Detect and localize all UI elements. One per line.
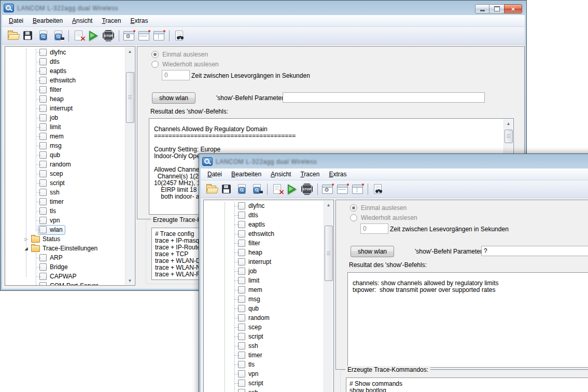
tree-item[interactable]: dtls xyxy=(5,57,125,66)
start-trace-icon[interactable] xyxy=(286,183,299,195)
radio-icon[interactable] xyxy=(151,61,159,68)
tree-item[interactable]: filter xyxy=(204,239,324,248)
tree-checkbox[interactable] xyxy=(39,77,47,84)
tree-checkbox[interactable] xyxy=(39,189,47,196)
tree-item[interactable]: script xyxy=(5,178,125,188)
radio-repeat[interactable]: Wiederholt auslesen xyxy=(151,61,219,68)
tree-item[interactable]: wlan xyxy=(5,225,125,234)
stop-trace-icon[interactable]: STOP xyxy=(301,183,314,195)
tree-checkbox[interactable] xyxy=(238,240,245,247)
tree-item[interactable]: vpn xyxy=(204,369,324,379)
radio-repeat[interactable]: Wiederholt auslesen xyxy=(350,214,417,221)
tree-item[interactable]: script xyxy=(204,332,324,341)
menu-item[interactable]: Bearbeiten xyxy=(227,169,266,179)
trace-settings-window-icon[interactable]: ⚙ xyxy=(122,30,135,42)
split-horizontal-icon[interactable] xyxy=(336,183,349,195)
tree-item[interactable]: Trace-Einstellungen xyxy=(5,244,125,253)
result-box[interactable]: channels: show channels allowed by regul… xyxy=(347,272,588,368)
tree-checkbox[interactable] xyxy=(39,282,47,286)
tree-checkbox[interactable] xyxy=(39,161,47,168)
tree-item[interactable]: script xyxy=(204,379,324,388)
trace-tree[interactable]: dlyfnc dtls xyxy=(203,200,334,392)
maximize-button[interactable] xyxy=(489,4,504,13)
search-document-icon[interactable] xyxy=(173,30,186,42)
search-document-icon[interactable] xyxy=(371,183,384,195)
split-vertical-icon[interactable] xyxy=(152,30,165,42)
tree-item[interactable]: scep xyxy=(5,169,125,178)
tree-item[interactable]: eaptls xyxy=(204,220,324,229)
tree-item[interactable]: ethswitch xyxy=(204,229,324,239)
tree-checkbox[interactable] xyxy=(238,277,245,284)
tree-checkbox[interactable] xyxy=(39,170,47,177)
tree-checkbox[interactable] xyxy=(238,258,245,265)
tree-item[interactable]: random xyxy=(204,313,324,323)
trace-commands-box[interactable]: # Show commandsshow bootlog xyxy=(346,377,588,392)
radio-once[interactable]: Einmal auslesen xyxy=(350,204,407,212)
tree-item[interactable]: ssh xyxy=(5,188,125,197)
menu-item[interactable]: Datei xyxy=(203,169,227,179)
close-button[interactable]: × xyxy=(504,4,522,13)
show-wlan-button[interactable]: show wlan xyxy=(351,246,394,257)
tree-checkbox[interactable] xyxy=(39,49,47,56)
menu-item[interactable]: Tracen xyxy=(296,169,324,179)
tree-item[interactable]: scep xyxy=(204,323,324,332)
expand-icon[interactable] xyxy=(23,246,30,251)
tree-item[interactable]: timer xyxy=(204,351,324,360)
minimize-button[interactable] xyxy=(475,4,489,13)
tree-checkbox[interactable] xyxy=(238,342,245,349)
tree-checkbox[interactable] xyxy=(39,123,47,131)
tree-checkbox[interactable] xyxy=(39,114,47,121)
tree-item[interactable]: job xyxy=(5,113,125,122)
tree-item[interactable]: interrupt xyxy=(5,104,125,113)
tree-item[interactable]: qub xyxy=(5,150,125,160)
tree-item[interactable]: qub xyxy=(204,304,324,313)
show-wlan-button[interactable]: show wlan xyxy=(152,92,195,104)
view-trace-icon[interactable] xyxy=(235,183,248,195)
delete-trace-icon[interactable]: × xyxy=(72,30,85,42)
tree-checkbox[interactable] xyxy=(39,142,47,149)
tree-checkbox[interactable] xyxy=(238,296,245,303)
expand-icon[interactable] xyxy=(23,237,30,242)
menu-item[interactable]: Bearbeiten xyxy=(28,16,67,26)
menu-item[interactable]: Tracen xyxy=(97,16,125,26)
split-vertical-icon[interactable] xyxy=(351,183,364,195)
tree-item[interactable]: msg xyxy=(5,141,125,150)
tree-checkbox[interactable] xyxy=(238,352,245,359)
radio-icon[interactable] xyxy=(151,51,159,58)
tree-item[interactable]: random xyxy=(5,160,125,169)
tree-item[interactable]: ethswitch xyxy=(5,76,125,85)
tree-checkbox[interactable] xyxy=(238,370,245,377)
trace-settings-window-icon[interactable]: ⚙ xyxy=(321,183,334,195)
stop-trace-icon[interactable]: STOP xyxy=(102,30,115,42)
view-trace-icon[interactable] xyxy=(37,30,50,42)
view-trace-save-icon[interactable] xyxy=(250,183,263,195)
tree-checkbox[interactable] xyxy=(39,58,47,65)
tree-item[interactable]: Bridge xyxy=(5,262,125,272)
tree-item[interactable]: ssh xyxy=(204,341,324,351)
save-icon[interactable] xyxy=(220,183,233,195)
scroll-up-icon[interactable]: ▲ xyxy=(324,201,333,209)
tree-checkbox[interactable] xyxy=(39,198,47,205)
tree-item[interactable]: limit xyxy=(5,122,125,132)
tree-checkbox[interactable] xyxy=(39,86,47,93)
tree-checkbox[interactable] xyxy=(238,380,245,387)
tree-checkbox[interactable] xyxy=(39,273,47,280)
start-trace-icon[interactable] xyxy=(87,30,100,42)
tree-item[interactable]: mem xyxy=(204,285,324,295)
tree-checkbox[interactable] xyxy=(39,217,47,224)
tree-item[interactable]: heap xyxy=(204,248,324,257)
titlebar[interactable]: LANCOM L-322agg dual Wireless × xyxy=(2,2,525,15)
titlebar[interactable]: LANCOM L-322agg dual Wireless × xyxy=(200,155,588,168)
tree-item[interactable]: ARP xyxy=(5,253,125,262)
scrollbar-thumb[interactable] xyxy=(126,72,134,123)
tree-checkbox[interactable] xyxy=(39,151,47,159)
scroll-up-icon[interactable]: ▲ xyxy=(125,47,134,55)
view-trace-save-icon[interactable] xyxy=(52,30,65,42)
tree-item[interactable]: tls xyxy=(204,360,324,369)
tree-item[interactable]: interrupt xyxy=(204,257,324,267)
tree-checkbox[interactable] xyxy=(39,105,47,112)
radio-icon[interactable] xyxy=(350,204,357,212)
tree-item[interactable]: heap xyxy=(5,94,125,104)
scroll-down-icon[interactable]: ▼ xyxy=(125,276,134,285)
tree-checkbox[interactable] xyxy=(238,221,245,228)
